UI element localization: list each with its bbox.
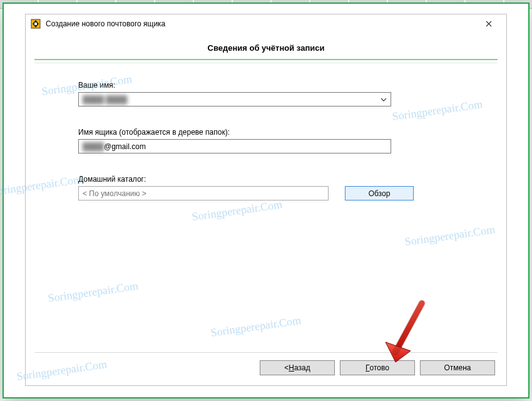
home-catalog-input[interactable]: < По умолчанию > bbox=[78, 186, 329, 200]
cancel-button[interactable]: Отмена bbox=[420, 360, 495, 375]
home-catalog-value: < По умолчанию > bbox=[83, 189, 146, 198]
your-name-label: Ваше имя: bbox=[78, 81, 473, 90]
back-button-prefix: < bbox=[284, 363, 289, 372]
form-area: Ваше имя: ████ ████ Имя ящика (отображае… bbox=[34, 81, 498, 200]
your-name-combobox[interactable]: ████ ████ bbox=[78, 92, 391, 107]
back-button[interactable]: < Назад bbox=[260, 360, 335, 375]
mailbox-name-input[interactable]: ████@gmail.com bbox=[78, 139, 391, 154]
mailbox-name-field: Имя ящика (отображается в дереве папок):… bbox=[78, 128, 473, 154]
wizard-button-row: < Назад Готово Отмена bbox=[260, 360, 495, 375]
bottom-separator bbox=[34, 352, 498, 353]
mailbox-name-label: Имя ящика (отображается в дереве папок): bbox=[78, 128, 473, 137]
browse-button[interactable]: Обзор bbox=[345, 186, 414, 200]
back-button-mnemonic: Н bbox=[289, 363, 294, 372]
svg-rect-1 bbox=[34, 23, 37, 25]
chevron-down-icon bbox=[377, 98, 391, 102]
page-heading: Сведения об учётной записи bbox=[34, 39, 498, 59]
your-name-value: ████ ████ bbox=[79, 95, 377, 104]
mailbox-name-suffix: @gmail.com bbox=[104, 142, 146, 151]
home-catalog-field: Домашний каталог: < По умолчанию > Обзор bbox=[78, 175, 473, 200]
titlebar: Создание нового почтового ящика bbox=[26, 14, 506, 33]
your-name-field: Ваше имя: ████ ████ bbox=[78, 81, 473, 107]
dialog-client: Сведения об учётной записи Ваше имя: ███… bbox=[26, 33, 506, 385]
highlight-border: Создание нового почтового ящика Сведения… bbox=[3, 3, 529, 398]
close-button[interactable] bbox=[476, 15, 501, 33]
back-button-rest: азад bbox=[294, 363, 310, 372]
window-title: Создание нового почтового ящика bbox=[46, 19, 476, 28]
browse-button-label: Обзор bbox=[369, 189, 391, 198]
dialog-window: Создание нового почтового ящика Сведения… bbox=[25, 14, 507, 386]
mailbox-name-prefix: ████ bbox=[83, 142, 104, 151]
finish-button[interactable]: Готово bbox=[340, 360, 415, 375]
close-icon bbox=[486, 21, 492, 27]
home-catalog-label: Домашний каталог: bbox=[78, 175, 473, 184]
finish-button-rest: отово bbox=[370, 363, 389, 372]
app-icon bbox=[31, 19, 41, 29]
accent-separator bbox=[34, 59, 498, 60]
thin-separator bbox=[34, 63, 498, 63]
cancel-button-label: Отмена bbox=[444, 363, 471, 372]
